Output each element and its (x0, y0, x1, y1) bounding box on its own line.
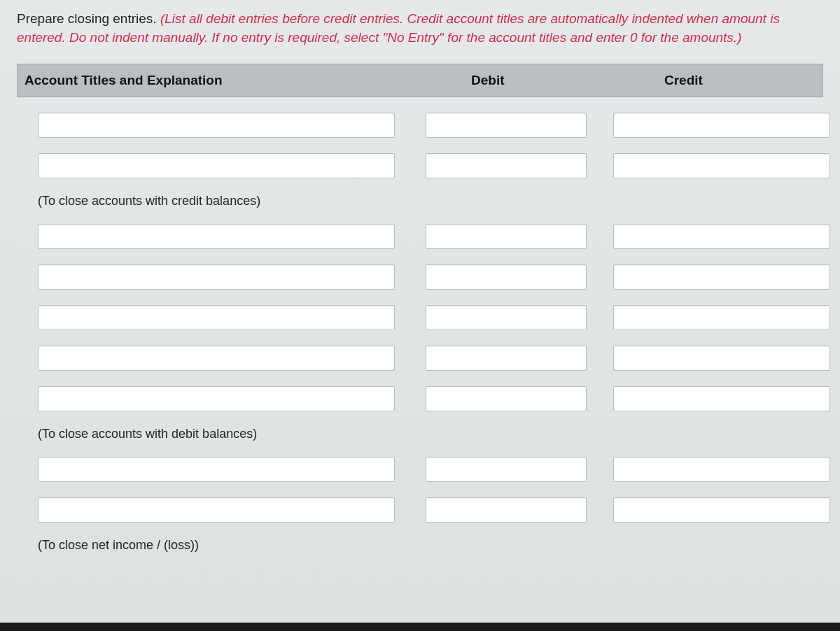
header-account-titles: Account Titles and Explanation (18, 73, 424, 88)
credit-input[interactable] (613, 386, 830, 411)
credit-cell (609, 264, 830, 290)
debit-input[interactable] (426, 224, 587, 249)
debit-input[interactable] (426, 113, 587, 138)
account-title-input[interactable] (38, 457, 395, 482)
credit-cell (609, 497, 830, 523)
credit-input[interactable] (613, 264, 830, 290)
credit-cell (609, 457, 830, 482)
title-cell (17, 305, 409, 330)
debit-input[interactable] (426, 497, 587, 523)
table-row (17, 305, 823, 330)
instructions-main: Prepare closing entries. (17, 11, 160, 26)
credit-cell (609, 224, 830, 249)
account-title-input[interactable] (38, 386, 395, 411)
debit-input[interactable] (426, 457, 587, 482)
table-row (17, 113, 823, 138)
debit-input[interactable] (426, 346, 587, 371)
account-title-input[interactable] (38, 224, 395, 249)
account-title-input[interactable] (38, 264, 395, 290)
credit-cell (609, 153, 830, 178)
credit-cell (609, 346, 830, 371)
header-debit: Debit (424, 73, 606, 88)
debit-input[interactable] (426, 305, 587, 330)
account-title-input[interactable] (38, 305, 395, 330)
credit-input[interactable] (613, 305, 830, 330)
debit-cell (421, 497, 596, 523)
table-row (17, 153, 823, 178)
debit-cell (421, 386, 596, 411)
title-cell (17, 457, 409, 482)
debit-cell (421, 346, 596, 371)
worksheet-page: Prepare closing entries. (List all debit… (0, 0, 840, 631)
credit-input[interactable] (613, 224, 830, 249)
title-cell (17, 113, 409, 138)
credit-cell (609, 386, 830, 411)
table-row (17, 264, 823, 290)
explanation-label: (To close accounts with debit balances) (17, 427, 823, 441)
title-cell (17, 264, 409, 290)
debit-input[interactable] (426, 264, 587, 290)
header-credit: Credit (606, 73, 822, 88)
credit-input[interactable] (613, 346, 830, 371)
account-title-input[interactable] (38, 346, 395, 371)
debit-cell (421, 224, 596, 249)
explanation-label: (To close net income / (loss)) (17, 538, 823, 553)
title-cell (17, 386, 409, 411)
account-title-input[interactable] (38, 153, 395, 178)
debit-cell (421, 264, 596, 290)
title-cell (17, 224, 409, 249)
credit-cell (609, 305, 830, 330)
debit-cell (421, 457, 596, 482)
title-cell (17, 346, 409, 371)
credit-input[interactable] (613, 153, 830, 178)
account-title-input[interactable] (38, 113, 395, 138)
table-row (17, 224, 823, 249)
table-header: Account Titles and Explanation Debit Cre… (17, 64, 823, 97)
credit-input[interactable] (613, 497, 830, 523)
table-row (17, 457, 823, 482)
bottom-bar (0, 623, 840, 631)
title-cell (17, 153, 409, 178)
credit-input[interactable] (613, 457, 830, 482)
explanation-label: (To close accounts with credit balances) (17, 194, 823, 208)
table-row (17, 386, 823, 411)
debit-input[interactable] (426, 386, 587, 411)
table-row (17, 497, 823, 523)
instructions: Prepare closing entries. (List all debit… (17, 10, 823, 47)
debit-cell (421, 305, 596, 330)
debit-cell (421, 153, 596, 178)
credit-cell (609, 113, 830, 138)
debit-input[interactable] (426, 153, 587, 178)
debit-cell (421, 113, 596, 138)
entries-container: (To close accounts with credit balances)… (17, 113, 823, 553)
title-cell (17, 497, 409, 523)
account-title-input[interactable] (38, 497, 395, 523)
table-row (17, 346, 823, 371)
credit-input[interactable] (613, 113, 830, 138)
